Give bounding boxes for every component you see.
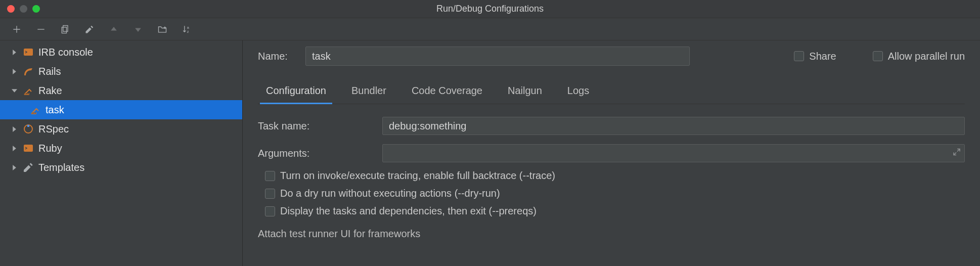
title-bar: Run/Debug Configurations: [0, 0, 980, 18]
rake-icon: [22, 84, 34, 97]
chevron-right-icon: [9, 50, 19, 55]
tab-configuration[interactable]: Configuration: [264, 80, 328, 104]
tree-label: IRB console: [38, 47, 93, 58]
svg-rect-6: [27, 125, 29, 127]
task-name-input[interactable]: [382, 117, 965, 135]
expand-icon[interactable]: [953, 148, 961, 159]
config-tabs: Configuration Bundler Code Coverage Nail…: [258, 80, 965, 104]
tree-label: RSpec: [38, 123, 69, 135]
share-checkbox[interactable]: Share: [794, 51, 836, 62]
remove-config-button[interactable]: [35, 24, 47, 35]
prereqs-checkbox[interactable]: Display the tasks and dependencies, then…: [265, 205, 965, 217]
checkbox-label: Share: [809, 51, 836, 62]
rspec-icon: [22, 123, 34, 135]
edit-defaults-button[interactable]: [84, 24, 95, 35]
tree-node-ruby[interactable]: Ruby: [0, 139, 242, 158]
checkbox-icon: [265, 171, 275, 181]
tab-bundler[interactable]: Bundler: [349, 80, 388, 104]
name-label: Name:: [258, 51, 293, 62]
rake-icon: [29, 104, 41, 116]
window-title: Run/Debug Configurations: [0, 4, 980, 14]
checkbox-label: Display the tasks and dependencies, then…: [280, 205, 537, 217]
move-down-button[interactable]: [132, 24, 144, 35]
config-tree[interactable]: IRB console Rails Rake task RSpec Ruby: [0, 40, 243, 266]
name-input[interactable]: [305, 47, 690, 66]
maximize-window-button[interactable]: [32, 5, 40, 13]
task-name-label: Task name:: [258, 120, 382, 132]
close-window-button[interactable]: [7, 5, 15, 13]
wrench-icon: [22, 161, 34, 173]
minimize-window-button[interactable]: [20, 5, 27, 13]
tree-node-irb-console[interactable]: IRB console: [0, 42, 242, 62]
tree-label: Ruby: [38, 143, 62, 154]
checkbox-icon: [265, 206, 275, 216]
rails-icon: [22, 65, 34, 77]
checkbox-icon: [265, 189, 275, 199]
checkbox-label: Turn on invoke/execute tracing, enable f…: [280, 170, 555, 182]
ruby-icon: [22, 142, 34, 154]
window-controls: [7, 5, 40, 13]
checkbox-icon: [873, 51, 883, 61]
new-folder-button[interactable]: [157, 24, 168, 35]
tab-nailgun[interactable]: Nailgun: [506, 80, 544, 104]
svg-rect-7: [24, 145, 33, 152]
dry-run-checkbox[interactable]: Do a dry run without executing actions (…: [265, 188, 965, 199]
copy-config-button[interactable]: [60, 24, 71, 35]
chevron-right-icon: [9, 165, 19, 170]
chevron-down-icon: [9, 88, 19, 94]
trace-checkbox[interactable]: Turn on invoke/execute tracing, enable f…: [265, 170, 965, 182]
sort-button[interactable]: az: [181, 24, 192, 35]
tree-label: Rails: [38, 66, 61, 77]
config-toolbar: az: [0, 18, 980, 40]
checkbox-label: Do a dry run without executing actions (…: [280, 188, 500, 199]
irb-icon: [22, 46, 34, 58]
tree-node-rails[interactable]: Rails: [0, 62, 242, 81]
tree-label: Templates: [38, 162, 84, 173]
arguments-label: Arguments:: [258, 148, 382, 159]
add-config-button[interactable]: [11, 24, 22, 35]
chevron-right-icon: [9, 126, 19, 132]
tree-node-rake-task[interactable]: task: [0, 100, 242, 119]
checkbox-icon: [794, 51, 804, 61]
move-up-button[interactable]: [108, 24, 119, 35]
tab-code-coverage[interactable]: Code Coverage: [410, 80, 484, 104]
tree-node-templates[interactable]: Templates: [0, 158, 242, 177]
checkbox-label: Allow parallel run: [888, 51, 965, 62]
svg-rect-4: [24, 49, 33, 56]
tab-logs[interactable]: Logs: [565, 80, 591, 104]
attach-test-runner-label: Attach test runner UI for frameworks: [258, 228, 965, 240]
arguments-input[interactable]: [382, 144, 965, 162]
svg-rect-1: [62, 27, 66, 33]
chevron-right-icon: [9, 146, 19, 151]
tree-label: Rake: [38, 85, 62, 97]
tree-label: task: [46, 104, 64, 116]
svg-text:z: z: [187, 29, 189, 33]
allow-parallel-run-checkbox[interactable]: Allow parallel run: [873, 51, 965, 62]
tree-node-rspec[interactable]: RSpec: [0, 119, 242, 139]
svg-rect-0: [63, 25, 68, 31]
tree-node-rake[interactable]: Rake: [0, 81, 242, 100]
config-panel: Name: Share Allow parallel run Configura…: [243, 40, 980, 266]
chevron-right-icon: [9, 69, 19, 74]
